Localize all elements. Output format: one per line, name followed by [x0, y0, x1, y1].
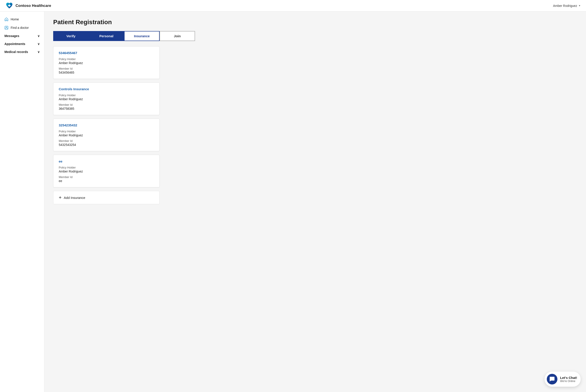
user-name: Amber Rodriguez [553, 4, 577, 8]
appointments-chevron-icon: ∨ [37, 42, 40, 46]
chat-title: Let's Chat! [560, 376, 577, 380]
brand-title: Contoso Healthcare [15, 4, 51, 8]
home-icon [4, 17, 8, 21]
chat-subtitle: We're Online [560, 380, 577, 383]
insurance-card-3-policy-holder-value: Amber Rodriguez [59, 134, 154, 137]
chat-bubble-icon [547, 374, 558, 384]
svg-rect-1 [8, 5, 11, 6]
insurance-card-2-title[interactable]: Controls Insurance [59, 87, 154, 91]
topnav: Contoso Healthcare Amber Rodriguez ▼ [0, 0, 586, 12]
add-insurance-button[interactable]: + Add Insurance [53, 191, 160, 204]
sidebar-appointments-label: Appointments [4, 42, 25, 46]
insurance-card-2: Controls Insurance Policy Holder Amber R… [53, 82, 160, 115]
tabs-container: Verify Personal Insurance Join [53, 31, 577, 41]
sidebar-find-doctor-label: Find a doctor [11, 26, 40, 30]
sidebar: Home Find a doctor Messages ∨ Appointmen… [0, 12, 44, 392]
insurance-card-2-member-id-value: 364758385 [59, 107, 154, 110]
insurance-card-1-title[interactable]: 5346455467 [59, 51, 154, 55]
insurance-card-2-member-id-label: Member Id [59, 103, 154, 106]
insurance-card-4: ee Policy Holder Amber Rodriguez Member … [53, 155, 160, 187]
insurance-card-4-member-id-value: ee [59, 179, 154, 183]
insurance-card-4-policy-holder-value: Amber Rodriguez [59, 170, 154, 173]
sidebar-item-find-doctor[interactable]: Find a doctor [0, 24, 44, 32]
sidebar-home-label: Home [11, 18, 40, 21]
insurance-card-3: 3254235432 Policy Holder Amber Rodriguez… [53, 118, 160, 151]
insurance-card-1-policy-holder-value: Amber Rodriguez [59, 61, 154, 65]
medical-records-chevron-icon: ∨ [37, 50, 40, 54]
insurance-card-1: 5346455467 Policy Holder Amber Rodriguez… [53, 46, 160, 79]
find-doctor-icon [4, 26, 8, 30]
insurance-card-2-policy-holder-label: Policy Holder [59, 94, 154, 97]
plus-icon: + [59, 195, 62, 200]
sidebar-item-home[interactable]: Home [0, 15, 44, 24]
user-menu[interactable]: Amber Rodriguez ▼ [553, 4, 581, 8]
chat-text: Let's Chat! We're Online [560, 376, 577, 383]
insurance-card-4-policy-holder-label: Policy Holder [59, 166, 154, 169]
sidebar-item-appointments[interactable]: Appointments ∨ [0, 40, 44, 48]
insurance-card-1-policy-holder-label: Policy Holder [59, 58, 154, 61]
sidebar-medical-records-label: Medical records [4, 50, 28, 54]
insurance-card-2-policy-holder-value: Amber Rodriguez [59, 97, 154, 101]
add-insurance-label: Add Insurance [64, 196, 85, 200]
sidebar-item-messages[interactable]: Messages ∨ [0, 32, 44, 40]
brand-logo [5, 2, 13, 10]
insurance-card-4-member-id-label: Member Id [59, 176, 154, 179]
insurance-card-4-title[interactable]: ee [59, 160, 154, 163]
insurance-card-3-title[interactable]: 3254235432 [59, 123, 154, 127]
chat-icon [549, 376, 555, 382]
insurance-card-3-member-id-label: Member Id [59, 139, 154, 142]
tab-join[interactable]: Join [160, 31, 195, 41]
svg-point-3 [6, 27, 7, 28]
chat-widget[interactable]: Let's Chat! We're Online [545, 372, 581, 387]
insurance-card-1-member-id-label: Member Id [59, 67, 154, 70]
sidebar-messages-label: Messages [4, 34, 19, 38]
messages-chevron-icon: ∨ [37, 34, 40, 38]
insurance-card-3-policy-holder-label: Policy Holder [59, 130, 154, 133]
tab-insurance[interactable]: Insurance [124, 31, 160, 41]
tab-verify[interactable]: Verify [53, 31, 89, 41]
sidebar-item-medical-records[interactable]: Medical records ∨ [0, 48, 44, 56]
main-content: Patient Registration Verify Personal Ins… [44, 12, 586, 392]
insurance-cards-container: 5346455467 Policy Holder Amber Rodriguez… [53, 46, 160, 204]
page-title: Patient Registration [53, 18, 577, 26]
brand: Contoso Healthcare [5, 2, 51, 10]
tab-personal[interactable]: Personal [89, 31, 124, 41]
user-chevron-icon: ▼ [579, 4, 581, 7]
layout: Home Find a doctor Messages ∨ Appointmen… [0, 12, 586, 392]
insurance-card-1-member-id-value: 543456465 [59, 71, 154, 74]
insurance-card-3-member-id-value: 5432543254 [59, 143, 154, 146]
